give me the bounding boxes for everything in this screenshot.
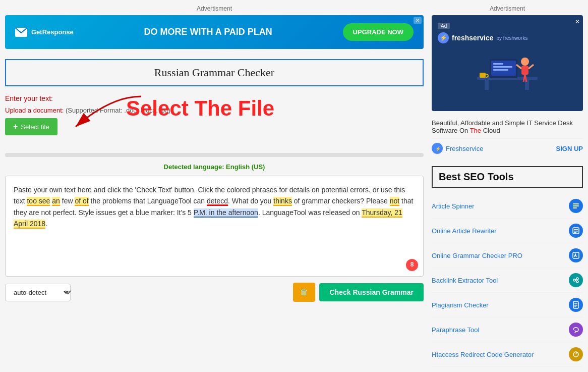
freshservice-name-bar: ⚡ Freshservice (432, 143, 483, 154)
svg-line-32 (575, 281, 576, 282)
ad-brand-name: GetResponse (31, 28, 74, 36)
htaccess-icon (569, 347, 583, 361)
seo-tool-name[interactable]: Paraphrase Tool (432, 326, 479, 334)
article-rewriter-icon (569, 224, 583, 238)
svg-point-29 (576, 278, 578, 280)
freshservice-brand-name: freshservice (452, 34, 494, 42)
svg-rect-8 (493, 66, 512, 68)
article-spinner-icon (569, 199, 583, 213)
error-too-see[interactable]: too see (27, 197, 50, 206)
text-part-6: of grammar checkers? Please (292, 197, 390, 205)
svg-rect-35 (574, 305, 577, 306)
trash-icon: 🗑 (300, 288, 308, 296)
delete-button[interactable]: 🗑 (293, 283, 315, 302)
sidebar-ad-info: Beautiful, Affordable and Simple IT Serv… (432, 119, 583, 158)
freshservice-subtitle: by freshworks (497, 35, 528, 41)
highlight-the: The (470, 127, 481, 134)
text-part-5: . What do you (228, 197, 273, 205)
sidebar-ad-label: Advertisment (432, 5, 583, 12)
ad-upgrade-button[interactable]: UPGRADE NOW (343, 23, 414, 41)
svg-rect-19 (573, 203, 579, 204)
error-thinks[interactable]: thinks (273, 197, 292, 206)
detected-language: Detected language: English (US) (5, 163, 424, 171)
svg-rect-6 (491, 61, 516, 76)
check-grammar-button[interactable]: Check Russian Grammar (319, 283, 424, 301)
freshservice-icon: ⚡ (432, 143, 443, 154)
ad-tag: Ad (438, 23, 450, 29)
seo-tools-title: Best SEO Tools (432, 166, 583, 188)
style-pm[interactable]: P.M. in the afternoon (194, 208, 258, 218)
sidebar: Advertisment Ad ✕ ⚡ freshservice by fres… (432, 5, 583, 372)
seo-tool-name[interactable]: Htaccess Redirect Code Generator (432, 351, 534, 358)
freshservice-label: Freshservice (446, 145, 483, 152)
ad-brand: GetResponse (15, 28, 74, 37)
paraphrase-icon (569, 323, 583, 337)
ad-label-main: Advertisment (5, 5, 424, 12)
seo-tool-item: Backlink Extractor Tool (432, 268, 583, 293)
seo-tool-name[interactable]: Online Grammar Checker PRO (432, 252, 522, 259)
svg-rect-20 (573, 205, 579, 206)
svg-rect-3 (485, 80, 489, 90)
seo-tool-name[interactable]: Backlink Extractor Tool (432, 277, 498, 284)
svg-line-15 (528, 65, 534, 69)
text-editor[interactable]: Paste your own text here and click the '… (5, 176, 424, 277)
seo-tool-item: Article Spinner (432, 194, 583, 219)
seo-tool-item: Htaccess Redirect Code Generator (432, 342, 583, 367)
text-part-4: the problems that LanguageTool can (89, 197, 207, 205)
svg-point-28 (573, 279, 575, 281)
svg-rect-24 (574, 231, 578, 232)
svg-rect-9 (493, 69, 508, 71)
text-part-3: few (60, 197, 75, 205)
bottom-controls: auto-detect English (US) English (UK) Ru… (5, 283, 424, 302)
language-selector[interactable]: auto-detect English (US) English (UK) Ru… (5, 284, 71, 301)
select-file-label: Select The File (126, 96, 274, 121)
plagiarism-icon (569, 298, 583, 312)
envelope-icon (15, 28, 27, 37)
seo-tools-list: Article Spinner Online Article Rewriter … (432, 194, 583, 372)
upload-section: Select The File Upload a document: (Supp… (5, 107, 424, 147)
freshservice-bar: ⚡ Freshservice SIGN UP (432, 138, 583, 158)
error-detecd[interactable]: detecd (207, 197, 228, 206)
plus-icon: + (13, 122, 18, 131)
svg-rect-7 (493, 63, 503, 65)
svg-rect-36 (574, 306, 576, 307)
svg-rect-21 (573, 207, 577, 208)
svg-point-10 (521, 58, 529, 66)
ad-banner: ✕ GetResponse DO MORE WITH A PAID PLAN U… (5, 15, 424, 49)
text-part-8: . LanguageTool was released on (258, 208, 362, 217)
seo-tool-item: Plagiarism Checker (432, 293, 583, 317)
seo-tool-name[interactable]: Article Spinner (432, 202, 475, 210)
sidebar-ad-illustration (438, 46, 577, 97)
error-not[interactable]: not (390, 197, 399, 206)
progress-bar (5, 153, 424, 157)
svg-rect-23 (574, 229, 578, 230)
seo-tool-name[interactable]: Plagiarism Checker (432, 301, 489, 309)
sidebar-ad: Ad ✕ ⚡ freshservice by freshworks (432, 15, 583, 111)
error-of-of[interactable]: of of (75, 197, 88, 206)
sidebar-ad-description: Beautiful, Affordable and Simple IT Serv… (432, 119, 583, 134)
error-count-badge: 8 (406, 259, 418, 271)
seo-tool-name[interactable]: Online Article Rewriter (432, 227, 497, 235)
freshservice-logo-icon: ⚡ (438, 32, 449, 43)
grammar-checker-icon (569, 248, 583, 262)
svg-rect-16 (480, 73, 486, 78)
error-an[interactable]: an (52, 197, 60, 206)
svg-rect-34 (574, 303, 577, 304)
sign-up-link[interactable]: SIGN UP (556, 145, 583, 152)
svg-rect-25 (574, 232, 576, 233)
sidebar-ad-close[interactable]: ✕ (575, 18, 580, 25)
freshservice-brand: ⚡ freshservice by freshworks (438, 32, 577, 43)
ad-corner-x[interactable]: ✕ (414, 17, 422, 24)
backlink-icon (569, 273, 583, 287)
seo-tool-item: Paraphrase Tool (432, 317, 583, 342)
svg-text:⚡: ⚡ (435, 146, 441, 152)
seo-tool-item: Online Article Rewriter (432, 219, 583, 243)
svg-point-30 (576, 281, 578, 283)
seo-tool-item: Online Character Counter Ω (432, 367, 583, 372)
arrow-graphic (35, 91, 146, 137)
seo-tool-item: Online Grammar Checker PRO (432, 243, 583, 268)
svg-line-31 (575, 279, 576, 280)
tool-title: Russian Grammar Checker (12, 66, 417, 79)
ad-illustration-svg (467, 46, 548, 97)
text-part-9: . (45, 220, 47, 228)
